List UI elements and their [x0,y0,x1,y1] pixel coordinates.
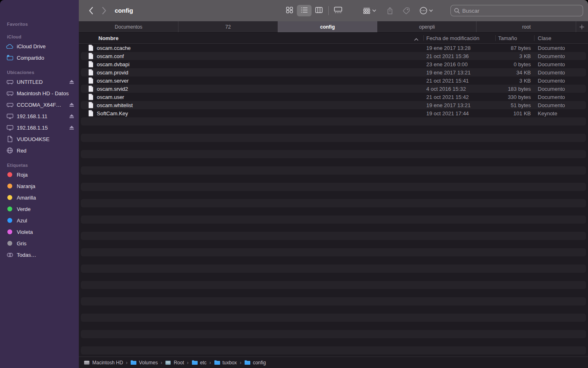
empty-row [81,281,586,289]
sidebar-item-violeta[interactable]: Violeta [0,226,79,238]
path-item-tuxbox[interactable]: tuxbox [214,360,237,366]
document-file-icon [88,53,94,59]
empty-row [81,330,586,338]
empty-row [81,322,586,330]
path-item-root[interactable]: Root [165,360,184,366]
gallery-view-icon [334,7,343,15]
path-item-label: tuxbox [223,360,237,366]
file-date: 19 oct 2021 17:44 [423,110,495,117]
column-headers: Nombre Fecha de modificación Tamaño Clas… [79,33,588,44]
sidebar-item-label: Verde [17,206,75,212]
file-kind: Documento [534,94,586,100]
column-header-date[interactable]: Fecha de modificación [423,33,495,43]
sidebar-item-untitled[interactable]: UNTITLED [0,76,79,88]
document-icon [6,136,14,143]
empty-row [81,314,586,322]
gallery-view-button[interactable] [331,5,345,16]
tab-72[interactable]: 72 [178,21,278,32]
tab-openpli[interactable]: openpli [377,21,477,32]
tab-config[interactable]: config [278,21,377,32]
tag-color-dot [6,206,14,211]
path-separator: › [187,360,189,366]
sidebar-item-red[interactable]: Red [0,145,79,156]
column-header-kind[interactable]: Clase [534,33,586,43]
list-view-button[interactable] [297,5,312,16]
tab-documentos[interactable]: Documentos [79,21,178,32]
file-name: oscam.provid [97,70,128,76]
eject-icon[interactable] [68,79,75,85]
file-list: oscam.ccache19 ene 2017 13:2887 bytesDoc… [79,44,588,357]
path-item-etc[interactable]: etc [192,360,207,366]
file-row[interactable]: oscam.dvbapi23 ene 2016 0:000 bytesDocum… [81,60,586,68]
sidebar-item-verde[interactable]: Verde [0,203,79,215]
search-input[interactable] [462,8,579,14]
columns-view-button[interactable] [312,5,326,16]
forward-button[interactable] [98,5,110,16]
file-row[interactable]: oscam.user21 oct 2021 15:42330 bytesDocu… [81,93,586,101]
file-row[interactable]: oscam.srvid24 oct 2016 15:32183 bytesDoc… [81,85,586,93]
sidebar-item-cccoma-x64f[interactable]: CCCOMA_X64F… [0,99,79,110]
sidebar-item-naranja[interactable]: Naranja [0,180,79,192]
file-row[interactable]: oscam.provid19 ene 2017 13:2134 KBDocume… [81,68,586,76]
document-file-icon [88,85,94,92]
chevron-left-icon [89,7,94,15]
tab-bar: Documentos72configopenpliroot [79,21,588,33]
empty-row [81,297,586,305]
path-item-volumes[interactable]: Volumes [130,360,158,366]
file-row[interactable]: SoftCam.Key19 oct 2021 17:44101 KBKeynot… [81,109,586,117]
sidebar-item-192-168-1-11[interactable]: 192.168.1.11 [0,110,79,122]
new-tab-button[interactable] [576,21,588,32]
empty-row [81,207,586,215]
sidebar-item-amarilla[interactable]: Amarilla [0,192,79,203]
file-kind: Documento [534,70,586,76]
sidebar-item-label: Naranja [17,183,75,189]
eject-icon[interactable] [68,124,75,131]
sidebar-item-azul[interactable]: Azul [0,215,79,226]
eject-icon[interactable] [68,113,75,119]
sidebar-item-label: Roja [17,172,75,178]
file-name: oscam.conf [97,53,124,59]
sidebar-section-title: Etiquetas [0,162,79,169]
file-row[interactable]: oscam.server21 oct 2021 15:413 KBDocumen… [81,76,586,85]
sidebar-item-vuduo4kse[interactable]: VUDUO4KSE [0,133,79,145]
tag-color-dot [6,195,14,200]
sidebar: FavoritosiCloudiCloud DriveCompartidoUbi… [0,0,79,368]
sidebar-item-roja[interactable]: Roja [0,169,79,180]
column-header-name[interactable]: Nombre [81,33,423,43]
file-row[interactable]: oscam.conf21 oct 2021 15:363 KBDocumento [81,52,586,60]
file-row[interactable]: oscam.whitelist19 ene 2017 13:2151 bytes… [81,101,586,109]
path-separator: › [240,360,241,366]
empty-row [81,248,586,256]
file-row[interactable]: oscam.ccache19 ene 2017 13:2887 bytesDoc… [81,44,586,52]
tag-button[interactable] [399,5,414,16]
sidebar-item-compartido[interactable]: Compartido [0,52,79,63]
empty-row [81,346,586,355]
sidebar-item-macintosh-hd-datos[interactable]: Macintosh HD - Datos [0,88,79,99]
sidebar-item-gris[interactable]: Gris [0,238,79,249]
sidebar-item-todas[interactable]: Todas… [0,249,79,260]
toolbar: config [79,0,588,21]
group-button[interactable] [360,5,379,16]
icons-view-button[interactable] [282,5,297,16]
sidebar-item-label: UNTITLED [17,79,68,85]
file-size: 183 bytes [495,86,534,92]
share-button[interactable] [383,5,397,16]
path-item-macintosh-hd[interactable]: Macintosh HD [84,360,123,366]
tab-root[interactable]: root [477,21,576,32]
empty-row [81,289,586,297]
tab-label: 72 [222,24,234,30]
path-item-config[interactable]: config [244,360,266,366]
back-button[interactable] [85,5,97,16]
eject-icon[interactable] [68,101,75,108]
empty-row [81,256,586,265]
sidebar-item-label: Violeta [17,229,75,235]
search-field[interactable] [450,5,583,16]
column-header-size[interactable]: Tamaño [495,33,534,43]
file-date: 23 ene 2016 0:00 [423,61,495,67]
file-size: 51 bytes [495,102,534,108]
sidebar-item-192-168-1-15[interactable]: 192.168.1.15 [0,122,79,133]
sidebar-item-icloud-drive[interactable]: iCloud Drive [0,40,79,52]
empty-row [81,126,586,134]
more-button[interactable] [415,5,437,16]
file-kind: Documento [534,61,586,67]
